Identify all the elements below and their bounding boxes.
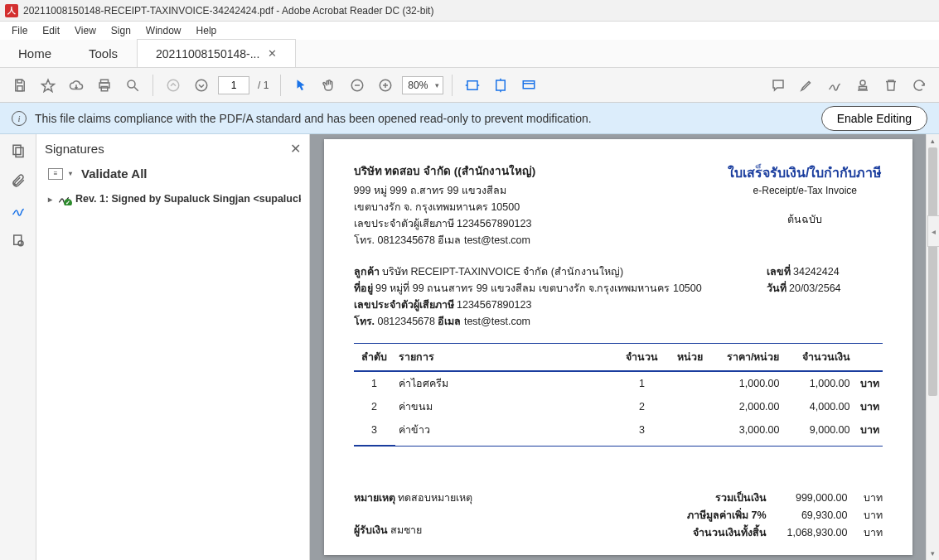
search-icon[interactable] [121, 74, 144, 97]
tab-tools[interactable]: Tools [70, 40, 137, 67]
cur1: บาท [858, 490, 883, 507]
cell-qty: 3 [617, 418, 667, 445]
vat: 69,930.00 [777, 507, 848, 524]
validate-all-button[interactable]: ≡ Validate All [45, 167, 301, 181]
signature-revision-row[interactable]: ▸ ✓ Rev. 1: Signed by Supaluck Singjan <… [45, 192, 301, 205]
cell-qty: 2 [617, 395, 667, 418]
cust-taxid: 1234567890123 [454, 299, 532, 311]
sign-icon[interactable] [823, 74, 846, 97]
svg-point-8 [167, 80, 179, 91]
menu-file[interactable]: File [5, 23, 34, 38]
menu-window[interactable]: Window [139, 23, 188, 38]
svg-rect-0 [17, 80, 22, 83]
attachments-icon[interactable] [8, 171, 28, 191]
left-rail [0, 134, 36, 560]
page-total-label: / 1 [258, 80, 269, 91]
zoom-select[interactable]: 80% [402, 76, 443, 94]
cur3: บาท [858, 524, 883, 542]
read-mode-icon[interactable] [517, 74, 540, 97]
menu-bar: File Edit View Sign Window Help [0, 22, 939, 40]
revision-label: Rev. 1: Signed by Supaluck Singjan <supa… [75, 193, 301, 205]
trash-icon[interactable] [879, 74, 903, 97]
scroll-thumb[interactable] [928, 147, 937, 396]
chevron-right-icon[interactable]: ▸ [48, 195, 52, 204]
cell-price: 1,000.00 [713, 371, 783, 395]
menu-help[interactable]: Help [190, 23, 224, 38]
doc-title-en: e-Receipt/e-Tax Invoice [728, 185, 882, 196]
receiver-label: ผู้รับเงิน [354, 524, 388, 536]
th-amount: จำนวนเงิน [783, 343, 854, 371]
scroll-up-icon[interactable]: ▴ [927, 134, 939, 147]
cust-taxid-label: เลขประจำตัวผู้เสียภาษี [354, 299, 454, 311]
page-down-icon[interactable] [190, 74, 213, 97]
svg-point-6 [128, 80, 135, 88]
tab-bar: Home Tools 20211008150148-... ✕ [0, 40, 939, 68]
cust-tel: 0812345678 [375, 316, 438, 327]
separator [152, 75, 153, 96]
th-price: ราคา/หน่วย [713, 343, 783, 371]
selection-arrow-icon[interactable] [289, 74, 312, 97]
cust-name: บริษัท RECEIPT-TAXINVOICE จำกัด (สำนักงา… [380, 266, 624, 278]
cell-item: ค่าไอศครีม [395, 371, 617, 395]
docdate: 20/03/2564 [789, 282, 841, 294]
tab-close-icon[interactable]: ✕ [268, 47, 277, 60]
th-no: ลำดับ [354, 343, 395, 371]
info-icon: i [12, 111, 27, 126]
page-up-icon[interactable] [162, 74, 185, 97]
menu-view[interactable]: View [68, 23, 103, 38]
svg-rect-22 [13, 145, 21, 154]
zoom-in-icon[interactable] [374, 74, 397, 97]
cell-unit [667, 418, 713, 445]
table-row: 3ค่าข้าว33,000.009,000.00บาท [354, 418, 883, 445]
doc-original: ต้นฉบับ [728, 211, 882, 228]
validate-dropdown-icon[interactable]: ≡ [48, 168, 63, 180]
page-number-input[interactable] [218, 76, 249, 94]
svg-marker-2 [42, 80, 55, 91]
fit-page-icon[interactable] [489, 74, 512, 97]
layers-icon[interactable] [8, 230, 28, 250]
thumbnails-icon[interactable] [8, 141, 28, 161]
signatures-title: Signatures [45, 142, 104, 156]
docdate-label: วันที่ [767, 282, 789, 294]
cell-qty: 1 [617, 371, 667, 395]
toolbar: / 1 80% [0, 68, 939, 103]
tab-document-label: 20211008150148-... [156, 47, 259, 60]
menu-edit[interactable]: Edit [36, 23, 66, 38]
remark: ทดสอบหมายเหตุ [395, 492, 472, 504]
svg-rect-20 [859, 86, 867, 89]
tab-document[interactable]: 20211008150148-... ✕ [137, 39, 296, 67]
signatures-icon[interactable] [8, 200, 28, 220]
hand-icon[interactable] [317, 74, 341, 97]
zoom-out-icon[interactable] [346, 74, 369, 97]
signatures-panel: Signatures ✕ ≡ Validate All ▸ ✓ Rev. 1: … [36, 134, 310, 560]
close-panel-icon[interactable]: ✕ [290, 141, 301, 157]
tab-home[interactable]: Home [0, 40, 70, 67]
scroll-down-icon[interactable]: ▾ [927, 547, 939, 560]
cell-no: 3 [354, 418, 395, 445]
company-contact: โทร. 0812345678 อีเมล test@test.com [354, 232, 536, 249]
cust-label: ลูกค้า [354, 266, 380, 278]
separator [280, 75, 281, 96]
print-icon[interactable] [93, 74, 116, 97]
cust-tel-label: โทร. [354, 316, 375, 327]
cell-no: 2 [354, 395, 395, 418]
save-icon[interactable] [8, 74, 31, 97]
enable-editing-button[interactable]: Enable Editing [821, 106, 927, 131]
company-addr2: เขตบางรัก จ. กรุงเทพมหานคร 10500 [354, 199, 536, 215]
highlight-icon[interactable] [795, 74, 818, 97]
stamp-icon[interactable] [851, 74, 874, 97]
rotate-icon[interactable] [908, 74, 931, 97]
star-icon[interactable] [36, 74, 60, 97]
comment-icon[interactable] [767, 74, 790, 97]
check-badge-icon: ✓ [64, 199, 72, 205]
svg-point-19 [860, 80, 865, 85]
scroll-track[interactable] [927, 147, 939, 547]
menu-sign[interactable]: Sign [104, 23, 138, 38]
tools-pane-grabber[interactable]: ◂ [927, 215, 939, 247]
subtotal-label: รวมเป็นเงิน [667, 490, 767, 507]
fit-width-icon[interactable] [461, 74, 484, 97]
document-view[interactable]: บริษัท ทดสอบ จำกัด ((สำนักงานใหญ่) 999 ห… [310, 134, 926, 560]
vertical-scrollbar[interactable]: ▴ ▾ [926, 134, 939, 560]
validate-label: Validate All [81, 167, 147, 181]
cloud-icon[interactable] [65, 74, 88, 97]
